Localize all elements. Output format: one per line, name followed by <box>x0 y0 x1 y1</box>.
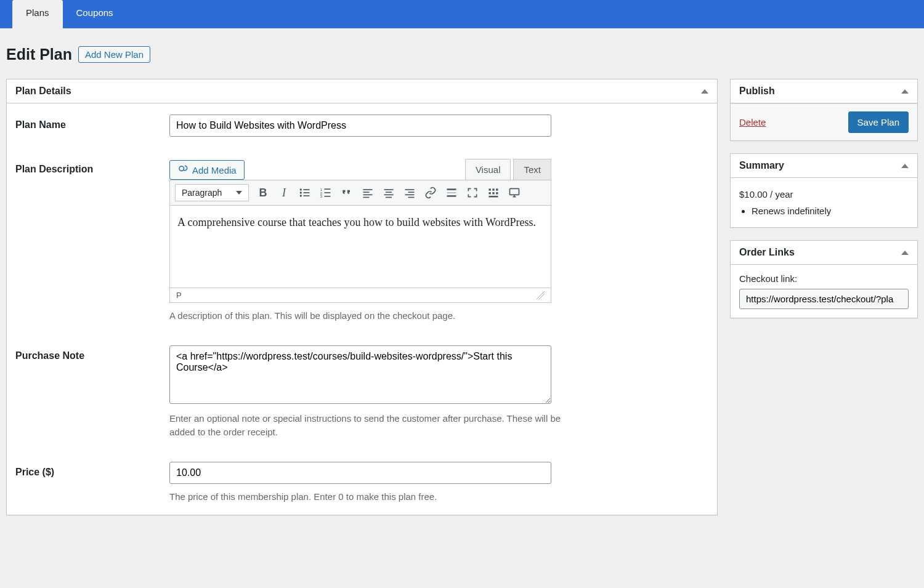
fullscreen-icon <box>466 187 479 199</box>
toolbar-toggle-button[interactable] <box>487 186 500 199</box>
delete-link[interactable]: Delete <box>739 117 766 127</box>
summary-price: $10.00 / year <box>739 187 909 206</box>
add-media-button[interactable]: Add Media <box>169 160 245 180</box>
svg-rect-35 <box>510 188 519 195</box>
add-media-label: Add Media <box>192 165 237 175</box>
svg-rect-30 <box>496 188 498 190</box>
resize-grip-icon[interactable] <box>536 291 545 299</box>
svg-rect-11 <box>325 192 331 193</box>
desktop-icon <box>508 187 521 199</box>
svg-rect-27 <box>447 195 456 197</box>
italic-button[interactable]: I <box>277 186 291 199</box>
svg-rect-29 <box>492 188 494 190</box>
checkout-link-label: Checkout link: <box>739 273 909 284</box>
collapse-toggle-icon[interactable] <box>901 89 909 94</box>
svg-rect-4 <box>304 189 310 190</box>
media-icon <box>177 164 188 175</box>
svg-rect-17 <box>384 189 394 190</box>
link-button[interactable] <box>424 186 437 199</box>
bold-button[interactable]: B <box>256 186 270 199</box>
svg-rect-20 <box>386 197 392 198</box>
svg-rect-22 <box>408 191 415 193</box>
summary-item: Renews indefinitely <box>752 206 909 216</box>
svg-rect-26 <box>447 192 456 193</box>
svg-point-3 <box>300 195 302 196</box>
page-title: Edit Plan <box>6 46 72 63</box>
collapse-toggle-icon[interactable] <box>901 251 909 255</box>
blockquote-button[interactable] <box>340 186 354 199</box>
order-links-box: Order Links Checkout link: <box>730 240 918 318</box>
svg-rect-5 <box>304 192 310 193</box>
toolbar-toggle-icon <box>487 187 500 199</box>
summary-box: Summary $10.00 / year Renews indefinitel… <box>730 153 918 228</box>
tab-plans[interactable]: Plans <box>12 0 63 28</box>
collapse-toggle-icon[interactable] <box>901 164 909 168</box>
svg-rect-24 <box>408 197 415 198</box>
page-heading: Edit Plan Add New Plan <box>6 34 918 79</box>
align-right-icon <box>403 187 416 199</box>
svg-rect-25 <box>447 188 456 190</box>
description-help: A description of this plan. This will be… <box>169 309 551 323</box>
svg-point-2 <box>300 191 302 193</box>
svg-rect-32 <box>492 192 494 194</box>
distraction-free-button[interactable] <box>508 186 521 199</box>
publish-box: Publish Delete Save Plan <box>730 79 918 141</box>
plan-details-box: Plan Details Plan Name Plan Description <box>6 79 718 515</box>
format-dropdown-label: Paragraph <box>182 188 222 198</box>
svg-rect-33 <box>496 192 498 194</box>
plan-details-title: Plan Details <box>15 86 71 97</box>
plan-name-input[interactable] <box>169 115 551 137</box>
checkout-link-input[interactable] <box>739 289 909 309</box>
svg-point-0 <box>179 166 184 171</box>
svg-rect-34 <box>489 196 498 198</box>
purchase-note-help: Enter an optional note or special instru… <box>169 412 588 440</box>
align-center-icon <box>383 187 395 199</box>
bullet-list-button[interactable] <box>298 186 312 199</box>
svg-rect-19 <box>384 195 394 196</box>
align-left-button[interactable] <box>361 186 375 199</box>
save-plan-button[interactable]: Save Plan <box>848 111 909 133</box>
svg-rect-13 <box>363 189 373 190</box>
svg-rect-23 <box>405 195 415 196</box>
quote-icon <box>341 187 353 199</box>
align-center-button[interactable] <box>382 186 395 199</box>
plan-name-label: Plan Name <box>15 115 169 131</box>
numbered-list-icon: 123 <box>320 187 332 199</box>
align-right-button[interactable] <box>403 186 416 199</box>
link-icon <box>424 187 437 199</box>
top-nav-tabs: Plans Coupons <box>0 0 924 28</box>
collapse-toggle-icon[interactable] <box>701 89 708 94</box>
format-dropdown[interactable]: Paragraph <box>175 184 249 201</box>
svg-rect-15 <box>363 195 373 196</box>
order-links-title: Order Links <box>739 247 795 258</box>
svg-rect-12 <box>325 196 331 197</box>
add-new-plan-button[interactable]: Add New Plan <box>78 46 150 63</box>
tab-coupons[interactable]: Coupons <box>63 0 127 28</box>
editor-path: P <box>176 291 182 300</box>
editor-tab-visual[interactable]: Visual <box>465 159 511 180</box>
numbered-list-button[interactable]: 123 <box>319 186 333 199</box>
fullscreen-button[interactable] <box>466 186 479 199</box>
svg-rect-16 <box>363 197 370 198</box>
publish-title: Publish <box>739 86 775 97</box>
price-input[interactable] <box>169 462 551 484</box>
purchase-note-label: Purchase Note <box>15 345 169 361</box>
svg-text:3: 3 <box>320 195 322 198</box>
svg-rect-14 <box>363 191 370 193</box>
svg-point-1 <box>300 188 302 190</box>
svg-rect-6 <box>304 195 310 196</box>
summary-title: Summary <box>739 160 784 171</box>
editor-tab-text[interactable]: Text <box>513 159 551 180</box>
bullet-list-icon <box>299 187 311 199</box>
price-label: Price ($) <box>15 462 169 478</box>
purchase-note-textarea[interactable]: <a href="https://wordpress.test/courses/… <box>169 345 551 404</box>
plan-description-label: Plan Description <box>15 159 169 175</box>
read-more-icon <box>445 187 458 199</box>
description-editor[interactable]: A comprehensive course that teaches you … <box>169 205 551 288</box>
read-more-button[interactable] <box>445 186 458 199</box>
editor-toolbar: Paragraph B I 123 <box>169 180 551 205</box>
align-left-icon <box>362 187 374 199</box>
svg-rect-18 <box>386 191 392 193</box>
price-help: The price of this membership plan. Enter… <box>169 490 588 504</box>
svg-rect-10 <box>325 188 331 190</box>
